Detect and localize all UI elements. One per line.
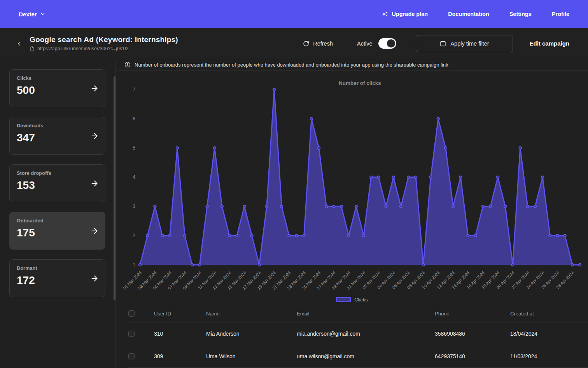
cell-created-at: 18/04/2024 [510, 331, 588, 337]
table-row[interactable]: 309Uma Wilsonuma.wilson@gmail.com6429375… [128, 345, 588, 368]
info-icon [124, 62, 131, 68]
campaign-title-block: Google search Ad (Keyword: internships) … [30, 35, 178, 51]
cell-name: Mia Anderson [206, 331, 297, 337]
table-header-row: User ID Name Email Phone Created at [128, 305, 588, 322]
main-panel: Number of onboards represent the number … [116, 59, 588, 368]
col-phone: Phone [435, 311, 510, 317]
calendar-icon [440, 40, 446, 47]
row-checkbox[interactable] [128, 331, 135, 337]
metric-label: Downloads [17, 123, 98, 129]
sidebar-scrollbar[interactable] [114, 76, 116, 300]
arrow-right-icon [90, 274, 99, 283]
metric-label: Store dropoffs [17, 171, 98, 176]
metric-value: 347 [17, 132, 98, 144]
svg-text:7: 7 [133, 87, 135, 92]
info-note-text: Number of onboards represent the number … [135, 62, 448, 68]
svg-text:1: 1 [133, 262, 135, 268]
select-all-checkbox-cell [128, 310, 154, 317]
cell-created-at: 11/03/2024 [510, 353, 588, 359]
select-all-checkbox[interactable] [128, 310, 135, 317]
svg-text:6: 6 [133, 116, 135, 121]
metric-label: Dormant [17, 266, 98, 271]
svg-text:4: 4 [133, 174, 135, 180]
svg-text:3: 3 [133, 204, 135, 209]
refresh-button[interactable]: Refresh [303, 40, 333, 47]
cell-email: uma.wilson@gmail.com [297, 353, 435, 359]
metric-value: 153 [17, 179, 98, 192]
workspace-name: Dexter [19, 11, 37, 18]
col-name: Name [206, 311, 297, 317]
cell-user-id: 309 [154, 353, 206, 359]
svg-text:2: 2 [133, 233, 135, 238]
refresh-label: Refresh [313, 40, 333, 47]
cell-name: Uma Wilson [206, 353, 297, 359]
toggle-knob [387, 39, 395, 48]
file-icon [30, 46, 35, 51]
nav-profile-label: Profile [552, 11, 569, 17]
col-user-id: User ID [154, 311, 206, 317]
apply-time-filter-label: Apply time filter [450, 40, 489, 47]
campaign-header: Google search Ad (Keyword: internships) … [0, 28, 588, 59]
metric-card-onboarded[interactable]: Onboarded 175 [9, 212, 105, 250]
metric-card-dormant[interactable]: Dormant 172 [9, 259, 105, 297]
refresh-icon [303, 40, 309, 47]
metric-label: Clicks [17, 76, 98, 81]
metric-card-downloads[interactable]: Downloads 347 [9, 117, 105, 155]
cell-user-id: 310 [154, 331, 206, 337]
svg-text:5: 5 [133, 145, 135, 151]
nav-settings[interactable]: Settings [509, 11, 532, 17]
nav-profile[interactable]: Profile [552, 11, 569, 17]
metric-card-store-dropoffs[interactable]: Store dropoffs 153 [9, 164, 105, 202]
nav-documentation[interactable]: Documentation [448, 11, 489, 17]
arrow-right-icon [90, 227, 99, 235]
workspace-switcher[interactable]: Dexter [19, 11, 46, 18]
arrow-right-icon [90, 132, 99, 140]
top-nav-links: Upgrade plan Documentation Settings Prof… [382, 11, 569, 18]
legend-label-clicks: Clicks [354, 297, 368, 303]
metric-value: 175 [17, 227, 98, 239]
edit-campaign-button[interactable]: Edit campaign [529, 40, 569, 47]
active-toggle[interactable] [378, 38, 396, 49]
back-button[interactable] [14, 39, 24, 49]
col-created-at: Created at [510, 311, 588, 317]
nav-upgrade-plan[interactable]: Upgrade plan [382, 11, 428, 18]
cell-email: mia.anderson@gmail.com [297, 331, 435, 337]
chevron-down-icon [40, 11, 46, 17]
row-checkbox[interactable] [128, 353, 135, 359]
active-toggle-group: Active [357, 38, 397, 49]
col-email: Email [297, 311, 435, 317]
table-row[interactable]: 310Mia Andersonmia.anderson@gmail.com358… [128, 322, 588, 345]
clicks-area-chart[interactable]: Number of clicks123456701 Mar 202403 Mar… [116, 71, 588, 297]
campaign-url-row[interactable]: https://app.linkrunner.io/user/306?c=j0k… [30, 46, 178, 51]
arrow-right-icon [90, 84, 99, 93]
chevron-left-icon [16, 40, 22, 47]
cell-phone: 3586908486 [435, 331, 510, 337]
campaign-url: https://app.linkrunner.io/user/306?c=j0k… [37, 46, 129, 51]
clicks-chart-area: Number of clicks123456701 Mar 202403 Mar… [116, 71, 588, 297]
cell-phone: 6429375140 [435, 353, 510, 359]
metric-label: Onboarded [17, 218, 98, 224]
metrics-sidebar: Clicks 500 Downloads 347 Store dropoffs … [0, 59, 116, 368]
info-note-bar: Number of onboards represent the number … [116, 59, 588, 71]
active-label: Active [357, 40, 373, 47]
arrow-right-icon [90, 179, 99, 188]
apply-time-filter-button[interactable]: Apply time filter [416, 35, 513, 52]
sparkles-icon [382, 11, 388, 18]
legend-swatch-clicks [336, 297, 351, 302]
nav-settings-label: Settings [509, 11, 532, 17]
users-table: User ID Name Email Phone Created at 310M… [128, 305, 588, 368]
chart-legend: Clicks [116, 297, 588, 303]
content-area: Clicks 500 Downloads 347 Store dropoffs … [0, 59, 588, 368]
metric-value: 500 [17, 84, 98, 97]
nav-upgrade-plan-label: Upgrade plan [392, 11, 428, 17]
nav-documentation-label: Documentation [448, 11, 489, 17]
page-title: Google search Ad (Keyword: internships) [30, 35, 178, 44]
svg-text:Number of clicks: Number of clicks [339, 80, 381, 86]
campaign-actions: Refresh Active Apply time filter Edit ca… [303, 35, 569, 52]
table-body: 310Mia Andersonmia.anderson@gmail.com358… [128, 322, 588, 368]
top-nav: Dexter Upgrade plan Documentation Settin… [0, 0, 588, 28]
metric-value: 172 [17, 274, 98, 287]
metric-card-clicks[interactable]: Clicks 500 [9, 69, 105, 107]
